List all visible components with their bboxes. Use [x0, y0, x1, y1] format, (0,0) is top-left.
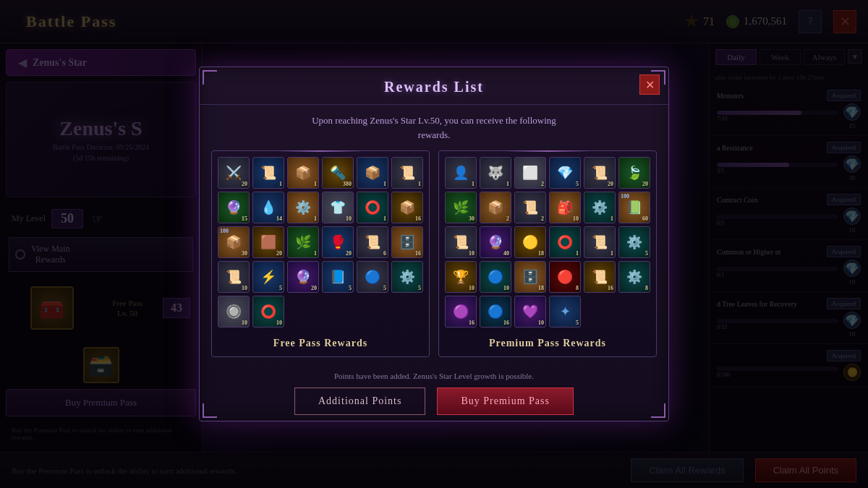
item-cell: 📜16: [584, 261, 616, 293]
item-cell: ⚡5: [252, 261, 284, 293]
item-cell: 👤1: [445, 157, 477, 189]
modal-description: Upon reaching Zenus's Star Lv.50, you ca…: [200, 105, 668, 150]
item-cell: 📜1: [391, 157, 423, 189]
free-pass-section: ⚔️20 📜1 📦1 🔦380 📦1 📜1 🔮15 💧14 ⚙️1 👕10 ⭕1…: [211, 150, 430, 357]
item-cell: 📜1: [584, 226, 616, 258]
item-cell: 🥊20: [322, 226, 354, 258]
item-cell: 📘5: [322, 261, 354, 293]
item-cell: 🗄️18: [514, 261, 546, 293]
item-cell: 🔮40: [480, 226, 511, 258]
item-cell: 🔮20: [287, 261, 319, 293]
item-cell: 🗄️16: [391, 226, 423, 258]
premium-pass-grid: 👤1 🐺1 ⬜2 💎5 📜20 🍃20 🌿30 📦2 📜2 🎒10 ⚙️1 10…: [445, 157, 650, 328]
item-cell: 📜10: [218, 261, 250, 293]
item-cell: 📜6: [357, 226, 388, 258]
modal-overlay: Rewards List ✕ Upon reaching Zenus's Sta…: [0, 0, 868, 488]
corner-decoration-br: [651, 403, 665, 418]
modal-title: Rewards List: [384, 79, 484, 95]
item-cell: 📜1: [252, 157, 284, 189]
item-cell: ⚙️8: [618, 261, 650, 293]
item-cell: ⚔️20: [218, 157, 250, 189]
item-cell: 📜10: [445, 226, 477, 258]
item-cell: 🔵16: [480, 296, 511, 328]
item-cell: ⭕1: [549, 226, 581, 258]
corner-decoration-bl: [203, 403, 217, 418]
item-cell: 🔵10: [480, 261, 511, 293]
item-cell: 📦2: [480, 192, 511, 223]
item-cell: 🍃20: [618, 157, 650, 189]
item-cell: 🔴8: [549, 261, 581, 293]
item-cell: 📜20: [584, 157, 616, 189]
premium-pass-label: Premium Pass Rewards: [445, 333, 650, 351]
free-pass-label: Free Pass Rewards: [218, 333, 423, 351]
item-cell: 📦1: [357, 157, 388, 189]
additional-points-button[interactable]: Additional Points: [294, 388, 425, 415]
item-cell: 💜10: [514, 296, 546, 328]
item-cell: 📦16: [391, 192, 423, 223]
modal-header: Rewards List ✕: [200, 67, 668, 105]
item-cell: 🌿30: [445, 192, 477, 223]
premium-pass-section: 👤1 🐺1 ⬜2 💎5 📜20 🍃20 🌿30 📦2 📜2 🎒10 ⚙️1 10…: [438, 150, 657, 357]
free-pass-grid: ⚔️20 📜1 📦1 🔦380 📦1 📜1 🔮15 💧14 ⚙️1 👕10 ⭕1…: [218, 157, 423, 328]
item-cell: ✦5: [549, 296, 581, 328]
item-cell: 🔦380: [322, 157, 354, 189]
item-cell: 🔘10: [218, 296, 250, 328]
item-cell: 🌿1: [287, 226, 319, 258]
item-cell: 🔵5: [357, 261, 388, 293]
item-cell: 🎒10: [549, 192, 581, 223]
rewards-modal: Rewards List ✕ Upon reaching Zenus's Sta…: [199, 67, 669, 421]
buy-premium-pass-modal-button[interactable]: Buy Premium Pass: [437, 388, 574, 415]
item-cell: 100📦30: [218, 226, 250, 258]
modal-footer: Points have been added. Zenus's Star Lev…: [200, 366, 668, 421]
item-cell: 📜2: [514, 192, 546, 223]
item-cell: 100📗60: [618, 192, 650, 223]
item-cell: 🟫20: [252, 226, 284, 258]
item-cell: 🟡18: [514, 226, 546, 258]
item-cell: ⚙️1: [584, 192, 616, 223]
item-cell: 🏆10: [445, 261, 477, 293]
item-cell: 💧14: [252, 192, 284, 223]
item-cell: ⬜2: [514, 157, 546, 189]
item-cell: ⚙️5: [618, 226, 650, 258]
footer-message: Points have been added. Zenus's Star Lev…: [211, 372, 657, 380]
item-cell: 🐺1: [480, 157, 511, 189]
item-cell: ⚙️1: [287, 192, 319, 223]
item-cell: 👕10: [322, 192, 354, 223]
item-cell: ⚙️5: [391, 261, 423, 293]
item-cell: ⭕1: [357, 192, 388, 223]
item-cell: 🟣16: [445, 296, 477, 328]
item-cell: 📦1: [287, 157, 319, 189]
item-cell: 🔮15: [218, 192, 250, 223]
footer-buttons: Additional Points Buy Premium Pass: [211, 388, 657, 415]
modal-close-button[interactable]: ✕: [639, 74, 660, 95]
item-cell: ⭕10: [252, 296, 284, 328]
rewards-area: ⚔️20 📜1 📦1 🔦380 📦1 📜1 🔮15 💧14 ⚙️1 👕10 ⭕1…: [200, 150, 668, 366]
item-cell: 💎5: [549, 157, 581, 189]
